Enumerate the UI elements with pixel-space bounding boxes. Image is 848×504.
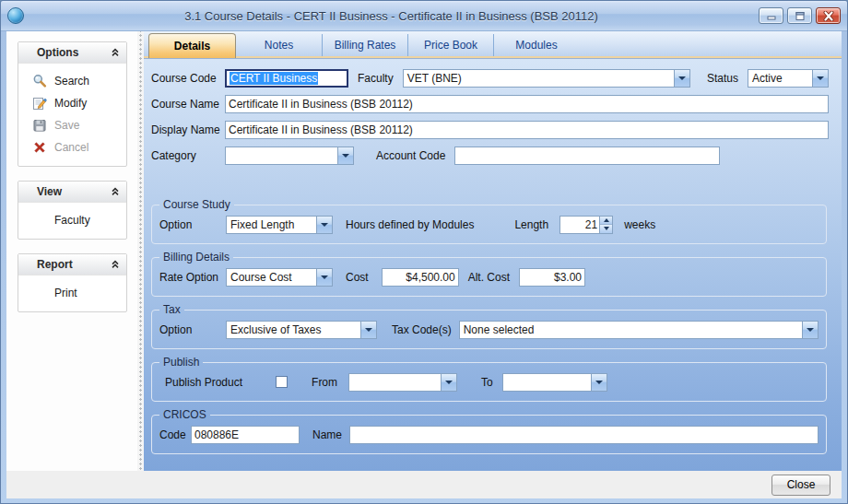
sidebar-item-save[interactable]: Save (18, 114, 126, 136)
chevron-down-icon[interactable] (812, 70, 828, 87)
collapse-chevron-icon[interactable] (111, 260, 120, 269)
study-option-value: Fixed Length (227, 217, 316, 233)
tax-option-label: Option (159, 323, 226, 336)
sidebar-item-cancel[interactable]: Cancel (18, 136, 126, 158)
report-panel-header[interactable]: Report (18, 254, 126, 275)
tab-notes[interactable]: Notes (236, 34, 322, 56)
tax-codes-dropdown[interactable]: None selected (459, 321, 819, 339)
chevron-down-icon[interactable] (591, 374, 607, 391)
spin-down-icon[interactable] (600, 224, 612, 233)
course-name-input[interactable]: Certificate II in Business (BSB 20112) (225, 95, 829, 113)
status-dropdown[interactable]: Active (748, 69, 829, 88)
publish-from-value (349, 374, 441, 391)
category-dropdown[interactable] (225, 147, 354, 165)
cricos-group: CRICOS Code 080886E Name (151, 408, 827, 454)
tax-option-value: Exclusive of Taxes (227, 322, 360, 338)
tab-strip: Details Notes Billing Rates Price Book M… (144, 31, 842, 58)
publish-group: Publish Publish Product From To (151, 356, 827, 402)
length-value: 21 (560, 217, 599, 233)
window-frame: Options Search Modify (1, 31, 847, 504)
cost-label: Cost (346, 271, 369, 284)
sidebar-item-print[interactable]: Print (18, 282, 126, 304)
sidebar-item-label: Print (54, 287, 77, 299)
main-content: Details Notes Billing Rates Price Book M… (144, 31, 842, 471)
course-name-value: Certificate II in Business (BSB 20112) (229, 98, 413, 111)
course-code-label: Course Code (151, 72, 225, 85)
course-study-group: Course Study Option Fixed Length Hours d… (151, 198, 827, 244)
hours-defined-note: Hours defined by Modules (346, 218, 474, 231)
title-bar: 3.1 Course Details - CERT II Business - … (1, 1, 847, 31)
sidebar-item-search[interactable]: Search (18, 70, 126, 92)
length-label: Length (514, 218, 548, 231)
chevron-down-icon[interactable] (337, 147, 353, 164)
cricos-name-label: Name (312, 428, 342, 441)
account-code-label: Account Code (376, 149, 445, 162)
window-title: 3.1 Course Details - CERT II Business - … (24, 9, 759, 23)
study-option-label: Option (159, 218, 226, 231)
rate-option-dropdown[interactable]: Course Cost (226, 268, 333, 287)
publish-product-checkbox[interactable] (276, 376, 288, 388)
sidebar-item-modify[interactable]: Modify (18, 92, 126, 114)
view-panel-header[interactable]: View (18, 182, 126, 203)
cricos-code-input[interactable]: 080886E (191, 426, 300, 444)
alt-cost-input[interactable]: $3.00 (519, 268, 585, 287)
tax-group: Tax Option Exclusive of Taxes Tax Code(s… (151, 303, 827, 349)
modify-icon (32, 96, 47, 111)
spin-up-icon[interactable] (600, 217, 612, 225)
rate-option-value: Course Cost (227, 269, 316, 286)
billing-details-group: Billing Details Rate Option Course Cost … (151, 251, 827, 297)
cancel-icon (32, 140, 47, 155)
chevron-down-icon[interactable] (316, 217, 332, 233)
display-name-input[interactable]: Certificate II in Business (BSB 20112) (225, 121, 829, 139)
length-unit-label: weeks (624, 218, 655, 231)
sidebar-item-faculty[interactable]: Faculty (18, 209, 126, 231)
report-panel: Report Print (18, 253, 127, 312)
cost-input[interactable]: $4,500.00 (382, 268, 459, 287)
tab-billing-rates[interactable]: Billing Rates (322, 34, 407, 56)
collapse-chevron-icon[interactable] (111, 48, 120, 57)
save-icon (32, 118, 47, 133)
collapse-chevron-icon[interactable] (111, 187, 120, 196)
publish-to-label: To (481, 376, 493, 389)
tab-label: Billing Rates (335, 39, 396, 52)
alt-cost-label: Alt. Cost (468, 271, 510, 284)
cricos-code-label: Code (159, 428, 191, 441)
maximize-icon[interactable] (787, 7, 812, 24)
sidebar-item-label: Cancel (54, 141, 88, 154)
publish-to-value (503, 374, 591, 391)
minimize-icon[interactable] (759, 7, 783, 24)
rate-option-label: Rate Option (159, 271, 226, 284)
chevron-down-icon[interactable] (802, 322, 818, 338)
close-button[interactable]: Close (771, 475, 830, 496)
tax-option-dropdown[interactable]: Exclusive of Taxes (226, 321, 377, 339)
sidebar-item-label: Faculty (54, 214, 90, 227)
faculty-dropdown[interactable]: VET (BNE) (403, 69, 690, 88)
tab-price-book[interactable]: Price Book (407, 34, 493, 56)
cricos-code-value: 080886E (194, 428, 239, 441)
course-study-title: Course Study (159, 198, 234, 211)
study-option-dropdown[interactable]: Fixed Length (226, 216, 333, 234)
publish-product-label: Publish Product (165, 376, 242, 389)
course-details-window: 3.1 Course Details - CERT II Business - … (0, 0, 848, 504)
chevron-down-icon[interactable] (674, 70, 689, 87)
publish-to-dropdown[interactable] (502, 373, 607, 392)
publish-from-label: From (312, 376, 337, 389)
publish-title: Publish (159, 356, 203, 369)
chevron-down-icon[interactable] (441, 374, 456, 391)
length-spinner[interactable]: 21 (559, 216, 613, 234)
course-code-input[interactable]: CERT II Business (225, 69, 348, 88)
close-icon[interactable] (816, 7, 841, 24)
publish-from-dropdown[interactable] (348, 373, 457, 392)
options-panel-title: Options (37, 46, 111, 59)
options-panel: Options Search Modify (18, 41, 127, 167)
cricos-name-input[interactable] (349, 426, 819, 444)
sidebar-splitter[interactable] (137, 31, 144, 471)
chevron-down-icon[interactable] (360, 322, 376, 338)
chevron-down-icon[interactable] (316, 269, 332, 286)
options-panel-header[interactable]: Options (18, 42, 126, 64)
tax-codes-label: Tax Code(s) (392, 323, 452, 336)
tab-modules[interactable]: Modules (493, 34, 579, 56)
view-panel-title: View (37, 185, 111, 198)
tab-details[interactable]: Details (148, 33, 236, 58)
account-code-input[interactable] (454, 147, 720, 165)
